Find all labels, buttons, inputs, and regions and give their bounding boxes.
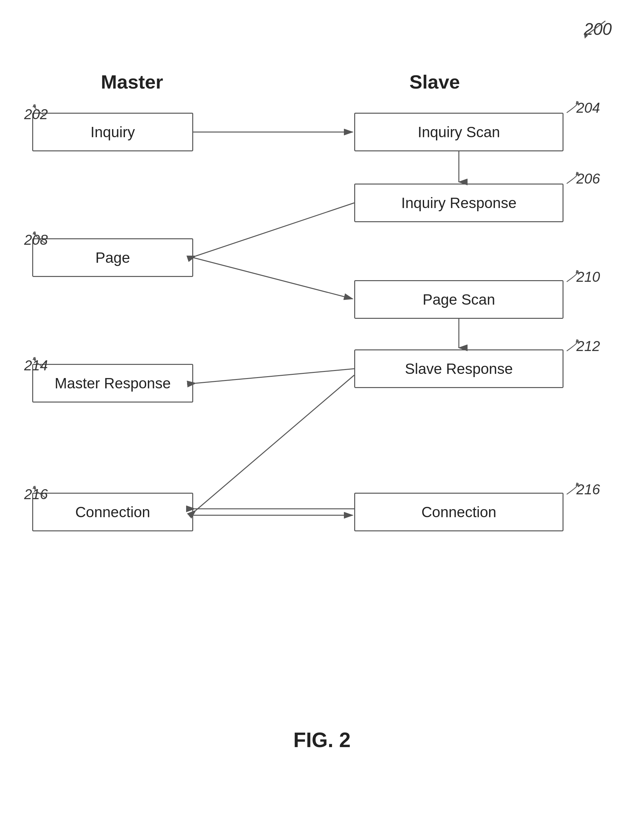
inquiry-response-box: Inquiry Response: [354, 183, 563, 222]
svg-line-20: [196, 375, 354, 511]
diagram-container: 200 Master Slave Inquiry Page Master Res…: [0, 0, 644, 826]
ref-210-curve: [560, 269, 586, 285]
ref-216-right-curve: [560, 481, 586, 498]
inquiry-box: Inquiry: [32, 113, 193, 151]
figure-caption: FIG. 2: [293, 728, 351, 752]
slave-response-box: Slave Response: [354, 349, 563, 388]
ref-202-curve: [26, 103, 51, 119]
page-scan-box: Page Scan: [354, 280, 563, 319]
figure-number-arrow: [576, 18, 615, 43]
ref-204-curve: [560, 100, 586, 116]
ref-212-curve: [560, 338, 586, 354]
connection-master-box: Connection: [32, 493, 193, 531]
page-box: Page: [32, 238, 193, 277]
ref-206-curve: [560, 171, 586, 187]
svg-line-19: [196, 369, 354, 383]
svg-line-17: [193, 258, 352, 299]
master-column-title: Master: [51, 71, 213, 93]
connection-slave-box: Connection: [354, 493, 563, 531]
inquiry-scan-box: Inquiry Scan: [354, 113, 563, 151]
ref-214-curve: [26, 356, 51, 372]
ref-216-left-curve: [26, 484, 51, 501]
slave-column-title: Slave: [354, 71, 515, 93]
master-response-box: Master Response: [32, 364, 193, 402]
svg-line-16: [196, 203, 354, 256]
ref-208-curve: [26, 230, 51, 246]
svg-line-0: [586, 21, 605, 36]
